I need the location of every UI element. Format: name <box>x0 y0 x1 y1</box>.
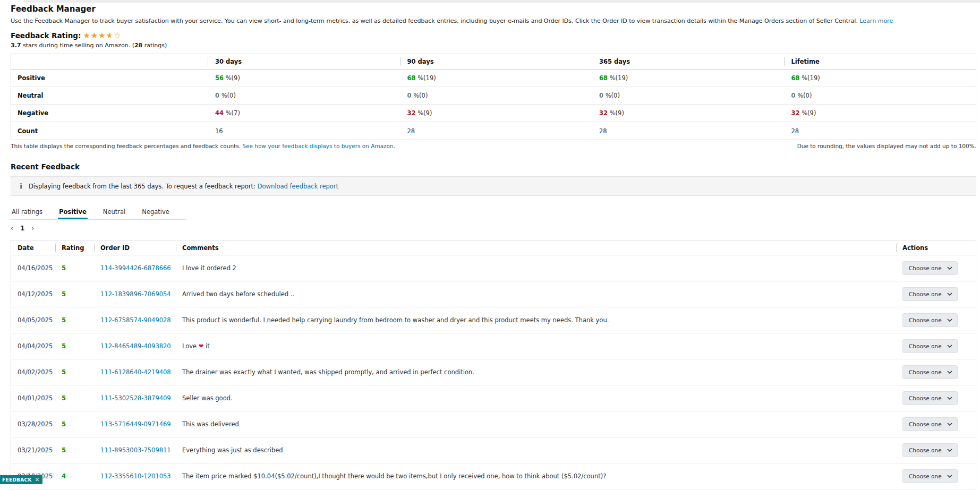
metrics-note-right: Due to rounding, the values displayed ma… <box>797 143 976 149</box>
cell-date: 04/02/2025 <box>11 368 55 376</box>
order-id-link[interactable]: 112-8465489-4093820 <box>100 342 171 350</box>
heart-icon: ❤ <box>199 342 204 350</box>
metrics-col-365-days: 365 days <box>592 54 784 69</box>
choose-one-dropdown[interactable]: Choose one <box>902 287 958 301</box>
star-rating: ★ ★ ★ ☆★ ☆ <box>83 32 121 40</box>
metrics-value: 0 %(0) <box>592 87 784 104</box>
chevron-down-icon <box>947 293 952 296</box>
order-id-link[interactable]: 111-6128640-4219408 <box>100 368 171 376</box>
tab-all-ratings[interactable]: All ratings <box>11 206 44 219</box>
cell-date: 03/28/2025 <box>11 420 55 428</box>
cell-rating: 5 <box>55 420 94 428</box>
tab-negative[interactable]: Negative <box>141 206 171 219</box>
choose-one-dropdown[interactable]: Choose one <box>902 365 958 379</box>
table-row: 04/04/2025 5 112-8465489-4093820 Love ❤ … <box>11 333 976 359</box>
cell-comment: Seller was good. <box>176 394 896 402</box>
cell-comment: This product is wonderful. I needed help… <box>176 316 896 324</box>
choose-one-dropdown[interactable]: Choose one <box>902 261 958 275</box>
page-description-text: Use the Feedback Manager to track buyer … <box>11 18 859 24</box>
cell-rating: 4 <box>55 472 94 480</box>
choose-one-dropdown[interactable]: Choose one <box>902 443 958 457</box>
chevron-down-icon <box>947 371 952 374</box>
feedback-rating-heading: Feedback Rating: ★ ★ ★ ☆★ ☆ <box>11 31 976 40</box>
table-row: 03/28/2025 5 113-5716449-0971469 This wa… <box>11 411 976 437</box>
page-number[interactable]: 1 <box>20 225 24 232</box>
star-full-icon: ★ <box>83 32 90 40</box>
metrics-col-30-days: 30 days <box>208 54 400 69</box>
choose-one-dropdown[interactable]: Choose one <box>902 469 958 483</box>
choose-one-dropdown[interactable]: Choose one <box>902 417 958 431</box>
cell-rating: 5 <box>55 368 94 376</box>
metrics-value: 68 %(19) <box>400 70 592 87</box>
metrics-value: 44 %(7) <box>208 105 400 122</box>
star-full-icon: ★ <box>98 32 106 40</box>
metrics-value: 32 %(9) <box>784 105 976 122</box>
order-id-link[interactable]: 112-6758574-9049028 <box>100 316 171 324</box>
rating-score: 3.7 <box>11 42 21 49</box>
metrics-value: 0 %(0) <box>400 87 592 104</box>
banner-text: Displaying feedback from the last 365 da… <box>29 183 338 190</box>
metrics-value: 28 <box>592 122 784 140</box>
col-rating: Rating <box>55 240 94 255</box>
metrics-value: 32 %(9) <box>592 105 784 122</box>
info-banner: i Displaying feedback from the last 365 … <box>11 176 976 196</box>
metrics-col-lifetime: Lifetime <box>784 54 976 69</box>
cell-rating: 5 <box>55 316 94 324</box>
page-prev-icon[interactable]: ‹ <box>11 225 13 232</box>
table-row: 04/16/2025 5 114-3994426-6878666 I love … <box>11 255 976 281</box>
order-id-link[interactable]: 111-5302528-3879409 <box>100 394 171 402</box>
page-next-icon[interactable]: › <box>31 225 34 232</box>
cell-comment: The drainer was exactly what I wanted, w… <box>176 368 896 376</box>
metrics-table-notes: This table displays the corresponding fe… <box>11 143 976 149</box>
order-id-link[interactable]: 112-3355610-1201053 <box>100 472 171 480</box>
tab-positive[interactable]: Positive <box>58 206 88 219</box>
metrics-value: 28 <box>784 122 976 140</box>
download-feedback-report-link[interactable]: Download feedback report <box>258 183 338 190</box>
cell-date: 03/21/2025 <box>11 446 55 454</box>
chevron-down-icon <box>947 423 952 426</box>
feedback-filter-tabs: All ratings Positive Neutral Negative <box>11 206 186 220</box>
recent-feedback-title: Recent Feedback <box>11 162 976 171</box>
metrics-note-left-text: This table displays the corresponding fe… <box>11 143 242 149</box>
cell-date: 04/16/2025 <box>11 264 55 272</box>
metrics-note-left: This table displays the corresponding fe… <box>11 143 395 149</box>
page-description: Use the Feedback Manager to track buyer … <box>11 18 976 24</box>
cell-rating: 5 <box>55 290 94 298</box>
order-id-link[interactable]: 114-3994426-6878666 <box>100 264 171 272</box>
close-icon[interactable]: ✕ <box>35 477 40 483</box>
col-date: Date <box>11 244 55 252</box>
cell-comment: Everything was just as described <box>176 446 896 454</box>
banner-text-body: Displaying feedback from the last 365 da… <box>29 183 258 190</box>
metrics-row-positive: Positive 56 %(9) 68 %(19) 68 %(19) 68 %(… <box>11 70 976 87</box>
cell-comment: The item price marked $10.04($5.02/count… <box>176 472 896 480</box>
order-id-link[interactable]: 111-8953003-7509811 <box>100 446 171 454</box>
metrics-value: 32 %(9) <box>400 105 592 122</box>
table-row: 04/05/2025 5 112-6758574-9049028 This pr… <box>11 307 976 333</box>
pagination: ‹ 1 › <box>11 225 976 232</box>
chevron-down-icon <box>947 319 952 322</box>
chevron-down-icon <box>947 475 952 478</box>
choose-one-dropdown[interactable]: Choose one <box>902 391 958 405</box>
learn-more-link[interactable]: Learn more <box>859 18 893 24</box>
choose-one-dropdown[interactable]: Choose one <box>902 313 958 327</box>
order-id-link[interactable]: 113-5716449-0971469 <box>100 420 171 428</box>
col-actions: Actions <box>896 240 976 255</box>
feedback-widget-badge[interactable]: FEEDBACK ✕ <box>0 475 42 484</box>
metrics-row-negative: Negative 44 %(7) 32 %(9) 32 %(9) 32 %(9) <box>11 105 976 122</box>
rating-text: stars during time selling on Amazon. ( <box>21 42 134 49</box>
metrics-value: 16 <box>208 122 400 140</box>
order-id-link[interactable]: 112-1839896-7069054 <box>100 290 171 298</box>
feedback-table: Date Rating Order ID Comments Actions 04… <box>11 240 976 490</box>
metrics-col-90-days: 90 days <box>400 54 592 69</box>
see-feedback-display-link[interactable]: See how your feedback displays to buyers… <box>242 143 395 149</box>
col-order-id: Order ID <box>94 240 176 255</box>
choose-one-dropdown[interactable]: Choose one <box>902 339 958 353</box>
cell-rating: 5 <box>55 394 94 402</box>
rating-text-end: ratings) <box>142 42 167 49</box>
tab-neutral[interactable]: Neutral <box>102 206 126 219</box>
cell-date: 04/01/2025 <box>11 394 55 402</box>
metrics-row-label: Negative <box>11 109 208 117</box>
cell-comment: Arrived two days before scheduled .. <box>176 290 896 298</box>
metrics-value: 68 %(19) <box>592 70 784 87</box>
metrics-row-label: Count <box>11 127 208 135</box>
